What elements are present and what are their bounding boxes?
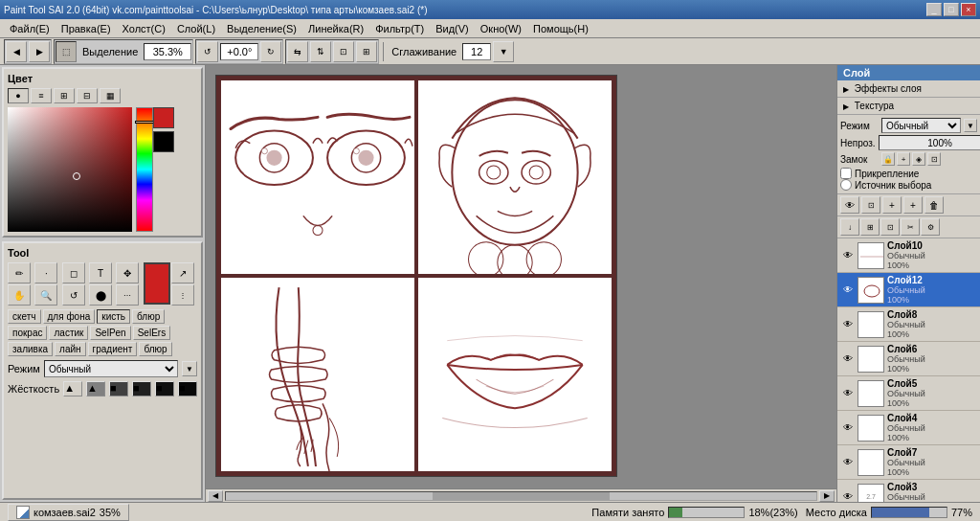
layer-item-5[interactable]: 👁 Слой5 Обычный 100% — [837, 376, 980, 411]
layer-mode-select[interactable]: Обычный — [881, 118, 961, 133]
minimize-button[interactable]: _ — [926, 3, 942, 16]
hardness-sq2[interactable]: ■ — [132, 381, 151, 396]
layer-item-6[interactable]: 👁 Слой6 Обычный 100% — [837, 342, 980, 376]
layer-item-4[interactable]: 👁 Слой4 Обычный 100% — [837, 411, 980, 445]
layer-action2[interactable]: ⊞ — [860, 218, 880, 236]
menu-edit[interactable]: Правка(Е) — [56, 21, 117, 36]
brush-fill[interactable]: заливка — [8, 342, 53, 356]
brush-gradient[interactable]: градиент — [88, 342, 138, 356]
menu-ruler[interactable]: Линейка(R) — [302, 21, 369, 36]
color-tab-palette[interactable]: ▦ — [100, 88, 121, 103]
zoom-input[interactable] — [144, 43, 191, 60]
layer-eye-8[interactable]: 👁 — [840, 318, 856, 331]
menu-layer[interactable]: Слой(L) — [171, 21, 221, 36]
menu-canvas[interactable]: Холст(С) — [117, 21, 171, 36]
lock-btn1[interactable]: 🔒 — [881, 152, 895, 166]
brush-background[interactable]: для фона — [43, 309, 96, 324]
mode-expand[interactable]: ▼ — [182, 361, 197, 376]
tool-eraser-icon[interactable]: ◻ — [62, 262, 85, 283]
canvas-area[interactable]: ◀ ▶ — [206, 65, 836, 502]
layer-eye-4[interactable]: 👁 — [840, 421, 856, 435]
tool-small2[interactable]: ⋮ — [171, 284, 194, 306]
tool-small1[interactable]: ⋯ — [116, 284, 139, 306]
layer-add-btn[interactable]: + — [882, 196, 902, 214]
tool-zoom-tool[interactable]: 🔍 — [34, 284, 57, 306]
smoothing-expand[interactable]: ▼ — [493, 41, 514, 62]
scroll-left-btn[interactable]: ◀ — [208, 490, 223, 502]
rotate-left-btn[interactable]: ↺ — [197, 41, 218, 62]
grid-btn[interactable]: ⊞ — [356, 41, 377, 62]
maximize-button[interactable]: □ — [944, 3, 959, 16]
mode-select[interactable]: Обычный — [44, 360, 178, 377]
layer-item-10[interactable]: 👁 Слой10 Обычный 100% — [837, 238, 980, 273]
tool-move[interactable]: ✥ — [116, 262, 139, 283]
opacity-input[interactable] — [879, 135, 980, 150]
toolbar-back[interactable]: ◀ — [6, 41, 27, 62]
layer-eye-btn[interactable]: 👁 — [840, 196, 859, 214]
layer-eye-3[interactable]: 👁 — [840, 490, 856, 503]
color-square[interactable] — [8, 107, 132, 232]
scroll-thumb[interactable] — [225, 491, 817, 501]
brush-brush[interactable]: кисть — [97, 309, 130, 324]
color-tab-circle[interactable]: ● — [8, 88, 29, 103]
flip-v-btn[interactable]: ⇅ — [310, 41, 331, 62]
brush-line[interactable]: лайн — [55, 342, 86, 356]
layer-texture-section[interactable]: ▶ Текстура — [837, 98, 980, 115]
lock-btn2[interactable]: + — [897, 152, 910, 166]
tool-text[interactable]: T — [89, 262, 112, 283]
hardness-tri2[interactable]: ▲ — [86, 381, 105, 396]
fit-btn[interactable]: ⊡ — [333, 41, 354, 62]
layer-action5[interactable]: ⚙ — [921, 218, 940, 236]
hue-strip[interactable] — [136, 107, 153, 232]
menu-view[interactable]: Вид(V) — [430, 21, 475, 36]
layer-item-3[interactable]: 👁 2.7 Слой3 Обычный 100% — [837, 480, 980, 502]
color-tab-grid2[interactable]: ⊟ — [77, 88, 98, 103]
color-tab-grid1[interactable]: ⊞ — [54, 88, 75, 103]
tool-pipette[interactable]: ⬤ — [89, 284, 112, 306]
tool-hand[interactable]: ✋ — [8, 284, 31, 306]
layer-action1[interactable]: ↓ — [840, 218, 859, 236]
hardness-sq4[interactable]: ■ — [178, 381, 197, 396]
layer-eye-5[interactable]: 👁 — [840, 387, 856, 400]
brush-selpen[interactable]: SelPen — [90, 326, 130, 340]
scroll-right-btn[interactable]: ▶ — [819, 490, 835, 502]
attach-checkbox[interactable] — [840, 168, 852, 179]
hardness-sq3[interactable]: ■ — [155, 381, 174, 396]
hardness-tri1[interactable]: ▲ — [63, 381, 82, 396]
menu-help[interactable]: Помощь(Н) — [527, 21, 594, 36]
brush-selets[interactable]: SelErs — [133, 326, 170, 340]
brush-blur1[interactable]: блюр — [132, 309, 165, 324]
layer-del-btn[interactable]: 🗑 — [924, 196, 944, 214]
horizontal-scrollbar[interactable]: ◀ ▶ — [206, 488, 836, 502]
brush-paint[interactable]: покрас — [8, 326, 47, 340]
lock-btn3[interactable]: ◈ — [912, 152, 925, 166]
angle-input[interactable] — [220, 43, 258, 60]
layer-item-8[interactable]: 👁 Слой8 Обычный 100% — [837, 307, 980, 342]
tool-rotate-tool[interactable]: ↺ — [62, 284, 85, 306]
layer-add2-btn[interactable]: + — [903, 196, 923, 214]
layer-eye-7[interactable]: 👁 — [840, 456, 856, 469]
layer-item-12[interactable]: 👁 Слой12 Обычный 100% — [837, 273, 980, 307]
hardness-sq1[interactable]: ■ — [109, 381, 128, 396]
layer-select-btn[interactable]: ⊡ — [861, 196, 880, 214]
layer-item-7[interactable]: 👁 Слой7 Обычный 100% — [837, 445, 980, 480]
selection-tool-btn[interactable]: ⬚ — [56, 41, 77, 62]
tool-pencil[interactable]: ✏ — [8, 262, 31, 283]
brush-blur2[interactable]: блюр — [139, 342, 171, 356]
tool-extra1[interactable]: ↗ — [171, 262, 194, 283]
layer-eye-10[interactable]: 👁 — [840, 249, 856, 262]
color-tab-lines[interactable]: ≡ — [31, 88, 52, 103]
toolbar-forward[interactable]: ▶ — [29, 41, 50, 62]
tool-color-picker[interactable] — [144, 262, 170, 305]
layer-effects-section[interactable]: ▶ Эффекты слоя — [837, 80, 980, 98]
layer-eye-12[interactable]: 👁 — [840, 283, 856, 297]
menu-filter[interactable]: Фильтр(Т) — [369, 21, 430, 36]
brush-sketch[interactable]: скетч — [8, 309, 41, 324]
status-file-tab[interactable]: комзаев.sai2 35% — [8, 504, 129, 521]
layer-eye-6[interactable]: 👁 — [840, 352, 856, 366]
close-button[interactable]: × — [961, 3, 976, 16]
brush-eraser[interactable]: ластик — [49, 326, 88, 340]
color-swatch-secondary[interactable] — [153, 131, 174, 152]
menu-file[interactable]: Файл(Е) — [4, 21, 56, 36]
smoothing-input[interactable] — [462, 43, 491, 60]
